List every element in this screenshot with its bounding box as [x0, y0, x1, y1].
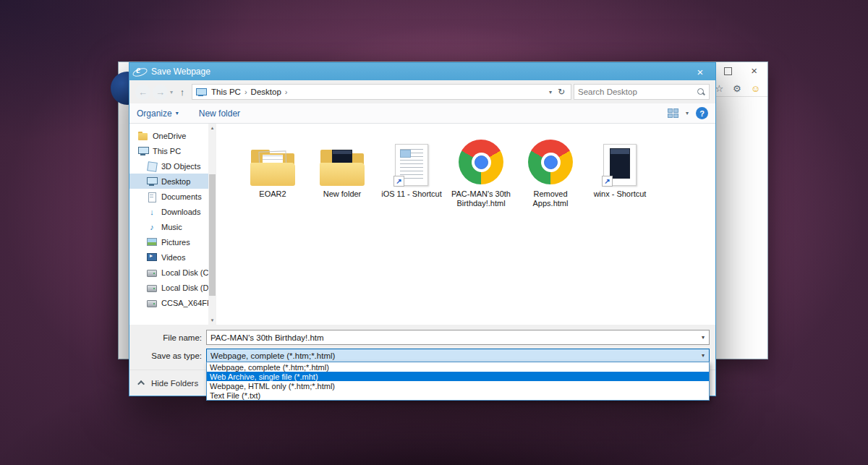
- file-item-pacman-html[interactable]: PAC-MAN's 30th Birthday!.html: [446, 135, 516, 208]
- scrollbar-track[interactable]: [208, 132, 216, 316]
- sidebar-item-label: Videos: [161, 253, 185, 262]
- dialog-titlebar[interactable]: Save Webpage: [129, 63, 715, 80]
- breadcrumb-separator-icon[interactable]: [284, 88, 289, 96]
- sidebar-item-local-disk-d[interactable]: Local Disk (D:): [129, 280, 216, 295]
- scroll-down-icon[interactable]: [211, 316, 214, 325]
- file-item-eoar2[interactable]: EOAR2: [238, 135, 307, 199]
- new-folder-label: New folder: [199, 108, 240, 119]
- file-item-winx-shortcut[interactable]: winx - Shortcut: [585, 135, 655, 199]
- refresh-icon[interactable]: [556, 87, 567, 97]
- view-dropdown-icon[interactable]: [686, 110, 689, 116]
- sidebar-item-local-disk-c[interactable]: Local Disk (C:): [129, 265, 216, 280]
- sidebar-item-downloads[interactable]: Downloads: [129, 204, 216, 219]
- sidebar-item-pictures[interactable]: Pictures: [129, 234, 216, 249]
- desktop-icon: [147, 177, 157, 186]
- dropdown-option[interactable]: Webpage, complete (*.htm;*.html): [207, 362, 709, 372]
- organize-button[interactable]: Organize: [137, 108, 179, 119]
- dropdown-option[interactable]: Text File (*.txt): [207, 391, 709, 400]
- breadcrumb-desktop[interactable]: Desktop: [249, 88, 284, 96]
- breadcrumb-separator-icon[interactable]: [243, 88, 249, 96]
- file-item-new-folder[interactable]: New folder: [307, 135, 377, 199]
- sidebar-item-onedrive[interactable]: OneDrive: [129, 128, 216, 143]
- folder-icon: [320, 150, 365, 186]
- sidebar-item-music[interactable]: Music: [129, 219, 216, 234]
- sidebar-item-label: Documents: [161, 192, 202, 201]
- file-label: PAC-MAN's 30th Birthday!.html: [448, 189, 514, 208]
- new-folder-button[interactable]: New folder: [199, 108, 240, 119]
- dialog-close-icon[interactable]: [688, 63, 712, 80]
- pictures-icon: [147, 238, 157, 247]
- feedback-smiley-icon[interactable]: [751, 82, 760, 95]
- downloads-icon: [147, 208, 157, 216]
- maximize-icon[interactable]: [724, 67, 732, 75]
- chevron-down-icon: [176, 110, 179, 116]
- search-box[interactable]: [574, 84, 710, 100]
- file-item-removed-apps-html[interactable]: Removed Apps.html: [516, 135, 585, 208]
- sidebar-item-ccsa-drive[interactable]: CCSA_X64FRE (E: [129, 295, 216, 310]
- file-list: EOAR2 New folder: [216, 124, 715, 325]
- save-as-type-combobox[interactable]: Webpage, complete (*.htm;*.html): [206, 349, 710, 362]
- dialog-body: OneDrive This PC 3D Objects Desktop Docu…: [129, 124, 715, 325]
- sidebar-item-label: This PC: [153, 147, 181, 155]
- sidebar-item-documents[interactable]: Documents: [129, 189, 216, 204]
- scrollbar-thumb[interactable]: [209, 174, 216, 296]
- back-button[interactable]: [135, 85, 150, 100]
- sidebar-item-videos[interactable]: Videos: [129, 249, 216, 265]
- shortcut-arrow-icon: [393, 176, 404, 187]
- sidebar-item-label: Desktop: [161, 177, 190, 186]
- music-icon: [147, 223, 157, 231]
- onedrive-icon: [138, 132, 148, 140]
- file-name-label: File name:: [135, 333, 202, 342]
- sidebar-item-desktop[interactable]: Desktop: [129, 174, 216, 189]
- file-label: winx - Shortcut: [594, 189, 647, 199]
- forward-button[interactable]: [153, 85, 168, 100]
- favorites-star-icon[interactable]: [715, 82, 723, 95]
- help-button[interactable]: [696, 107, 708, 119]
- sidebar-item-label: 3D Objects: [161, 162, 200, 171]
- this-pc-icon: [138, 147, 148, 155]
- close-icon[interactable]: [751, 67, 757, 76]
- file-label: iOS 11 - Shortcut: [381, 189, 442, 199]
- sidebar-item-label: OneDrive: [153, 132, 186, 140]
- change-view-icon[interactable]: [668, 108, 678, 118]
- drive-icon: [147, 283, 157, 292]
- sidebar-item-label: Music: [161, 223, 182, 231]
- file-name-field[interactable]: [206, 330, 710, 345]
- document-icon: [603, 144, 637, 186]
- save-as-type-label: Save as type:: [135, 351, 202, 360]
- drive-icon: [147, 299, 157, 307]
- chrome-icon: [459, 140, 503, 184]
- search-icon[interactable]: [697, 88, 705, 96]
- breadcrumb-this-pc[interactable]: This PC: [209, 88, 243, 96]
- document-icon: [395, 144, 428, 186]
- hide-folders-label: Hide Folders: [151, 379, 198, 388]
- sidebar-item-this-pc[interactable]: This PC: [129, 143, 216, 158]
- address-dropdown-icon[interactable]: [545, 89, 556, 95]
- this-pc-icon: [196, 88, 205, 96]
- sidebar-scrollbar[interactable]: [208, 124, 216, 325]
- hide-folders-button[interactable]: Hide Folders: [140, 379, 198, 388]
- file-name-input[interactable]: [210, 333, 699, 342]
- scroll-up-icon[interactable]: [211, 124, 214, 132]
- file-item-ios11-shortcut[interactable]: iOS 11 - Shortcut: [377, 135, 446, 199]
- chrome-icon: [528, 140, 573, 184]
- file-label: New folder: [323, 189, 362, 199]
- search-input[interactable]: [578, 88, 697, 96]
- history-dropdown-icon[interactable]: [170, 89, 173, 95]
- navigation-bar: This PC Desktop: [129, 80, 715, 103]
- documents-icon: [147, 192, 157, 201]
- drive-icon: [147, 268, 157, 277]
- dropdown-option[interactable]: Web Archive, single file (*.mht): [207, 372, 709, 381]
- save-type-dropdown-list: Webpage, complete (*.htm;*.html) Web Arc…: [206, 362, 710, 401]
- settings-gear-icon[interactable]: [733, 82, 741, 95]
- sidebar-item-3d-objects[interactable]: 3D Objects: [129, 158, 216, 174]
- chevron-down-icon[interactable]: [699, 334, 707, 341]
- up-one-level-button[interactable]: [175, 87, 190, 98]
- dropdown-option[interactable]: Webpage, HTML only (*.htm;*.html): [207, 381, 709, 391]
- file-label: EOAR2: [259, 189, 286, 199]
- chevron-down-icon[interactable]: [699, 352, 707, 359]
- chevron-up-icon: [137, 380, 145, 388]
- sidebar-item-label: Local Disk (D:): [161, 283, 213, 292]
- folder-icon: [250, 150, 295, 186]
- address-bar[interactable]: This PC Desktop: [192, 84, 571, 100]
